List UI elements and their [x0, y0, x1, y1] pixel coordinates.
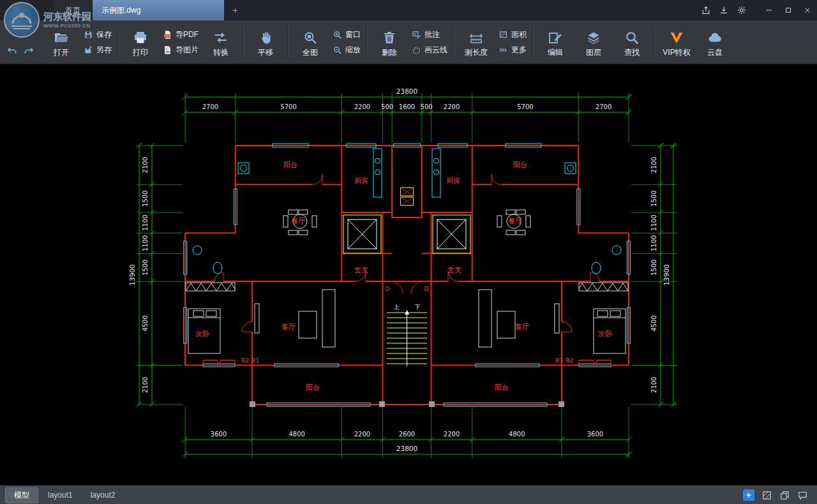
dimension-label: 1600: [399, 103, 415, 110]
toolbar-button-edit[interactable]: 编辑: [539, 27, 571, 58]
toolbar-button-zoom[interactable]: 缩放: [333, 45, 361, 56]
share-button[interactable]: [697, 0, 715, 20]
maximize-icon: [784, 6, 793, 15]
tab-model[interactable]: 模型: [5, 487, 38, 503]
toolbar-button-window-zoom[interactable]: 窗口: [333, 29, 361, 40]
fit-icon: [303, 30, 318, 45]
dimension-label: 2100: [142, 377, 149, 393]
plan-label: B2: [566, 357, 573, 364]
toolbar-button-label: VIP特权: [663, 47, 690, 58]
toolbar-group: 打开保存另存: [40, 20, 117, 64]
statusbar-icons: [743, 489, 808, 501]
minimize-button[interactable]: [760, 0, 779, 20]
plan-label: B2: [241, 357, 249, 364]
tab-home[interactable]: 首页: [54, 0, 93, 20]
toolbar-button-label: 面积: [511, 29, 527, 40]
folder-open-icon: [54, 30, 69, 45]
dimension-label: 2200: [354, 431, 370, 438]
toolbar-button-trash[interactable]: 删除: [373, 27, 405, 58]
dimension-label: 1500: [142, 260, 149, 276]
plus-icon: [744, 491, 753, 500]
download-button[interactable]: [715, 0, 733, 20]
new-tab-button[interactable]: [224, 0, 246, 20]
undo-button[interactable]: [6, 46, 18, 56]
plan-label: 下: [415, 304, 421, 310]
tab-layout2[interactable]: layout2: [82, 489, 124, 501]
add-view-button[interactable]: [743, 489, 754, 501]
toolbar-button-label: 缩放: [345, 45, 361, 56]
toolbar-button-pdf[interactable]: PDF导PDF: [163, 29, 199, 40]
image-icon: [163, 45, 172, 55]
toolbar-group: 测长度面积更多: [454, 20, 532, 64]
settings-button[interactable]: [733, 0, 751, 20]
tab-layout1[interactable]: layout1: [40, 489, 81, 501]
toolbar-button-cloud[interactable]: 云盘: [699, 27, 731, 58]
save-as-icon: [84, 45, 93, 55]
feedback-button[interactable]: [797, 490, 808, 501]
toolbar-group: 平移: [244, 20, 287, 64]
layers-button[interactable]: [779, 490, 790, 501]
room-label: 次卧: [195, 330, 209, 338]
toolbar-stack: 窗口缩放: [333, 29, 361, 56]
toolbar: 打开保存另存打印PDF导PDF导图片转换平移全图窗口缩放删除批注画云线测长度面积…: [0, 20, 817, 64]
ruler-icon: [468, 30, 484, 45]
maximize-button[interactable]: [779, 0, 798, 20]
close-button[interactable]: [798, 0, 817, 20]
dimension-label: 2100: [650, 157, 657, 173]
toolbar-stack: 保存另存: [84, 29, 112, 56]
toolbar-button-label: 打印: [133, 47, 148, 58]
titlebar: 首页 示例图.dwg: [0, 0, 817, 20]
dimension-label: 5700: [280, 103, 296, 110]
convert-icon: [213, 30, 229, 45]
toolbar-button-search[interactable]: 查找: [616, 27, 648, 58]
toolbar-group: VIP特权云盘: [655, 20, 737, 64]
layers-icon: [779, 490, 790, 501]
toolbar-button-printer[interactable]: 打印: [124, 27, 156, 58]
toolbar-button-fit[interactable]: 全图: [294, 27, 326, 58]
dimension-total: 13900: [128, 264, 136, 285]
toolbar-button-convert[interactable]: 转换: [205, 27, 237, 58]
toolbar-button-more[interactable]: 更多: [498, 45, 527, 56]
zoom-icon: [333, 45, 342, 55]
undo-redo-group: [6, 46, 34, 56]
trash-icon: [382, 30, 397, 45]
toolbar-button-save-as[interactable]: 另存: [84, 45, 112, 56]
hatch-button[interactable]: [761, 490, 772, 501]
toolbar-button-label: 测长度: [465, 47, 488, 58]
dimension-total: 13900: [663, 264, 670, 285]
toolbar-button-ruler[interactable]: 测长度: [460, 27, 492, 58]
toolbar-button-save[interactable]: 保存: [84, 29, 112, 40]
toolbar-group: 打印PDF导PDF导图片转换: [119, 20, 243, 64]
dimension-label: 2200: [354, 103, 370, 110]
toolbar-button-label: 批注: [424, 29, 440, 40]
toolbar-button-label: 另存: [96, 45, 112, 56]
room-label: 餐厅: [508, 217, 522, 225]
toolbar-button-annotate[interactable]: 批注: [412, 29, 447, 40]
room-label: 阳台: [513, 161, 527, 169]
toolbar-stack: 批注画云线: [412, 29, 447, 56]
drawing-canvas[interactable]: 2700570022005001600500220057002700238003…: [0, 64, 817, 486]
toolbar-button-label: 画云线: [424, 45, 447, 56]
floor-plan: 2700570022005001600500220057002700238003…: [0, 64, 817, 486]
toolbar-button-area[interactable]: 面积: [498, 29, 527, 40]
toolbar-stack: 面积更多: [498, 29, 527, 56]
dimension-label: 500: [421, 103, 433, 110]
toolbar-button-cloud-line[interactable]: 画云线: [412, 45, 447, 56]
dimension-label: 4500: [650, 315, 657, 331]
dimension-label: 4500: [142, 315, 149, 331]
room-label: 次卧: [598, 330, 612, 338]
dimension-total: 23800: [396, 445, 417, 452]
dimension-label: 2700: [202, 103, 218, 110]
toolbar-button-folder-open[interactable]: 打开: [45, 27, 77, 58]
toolbar-button-vip[interactable]: VIP特权: [661, 27, 693, 58]
dimension-label: 3600: [211, 431, 227, 438]
room-label: 玄关: [447, 266, 461, 274]
redo-button[interactable]: [23, 46, 34, 56]
tab-document[interactable]: 示例图.dwg: [93, 0, 224, 20]
toolbar-button-label: 删除: [382, 47, 397, 58]
toolbar-button-hand[interactable]: 平移: [250, 27, 281, 58]
tab-document-label: 示例图.dwg: [101, 5, 140, 16]
toolbar-button-layers[interactable]: 图层: [578, 27, 610, 58]
toolbar-button-image[interactable]: 导图片: [163, 45, 199, 56]
minimize-icon: [765, 6, 774, 15]
